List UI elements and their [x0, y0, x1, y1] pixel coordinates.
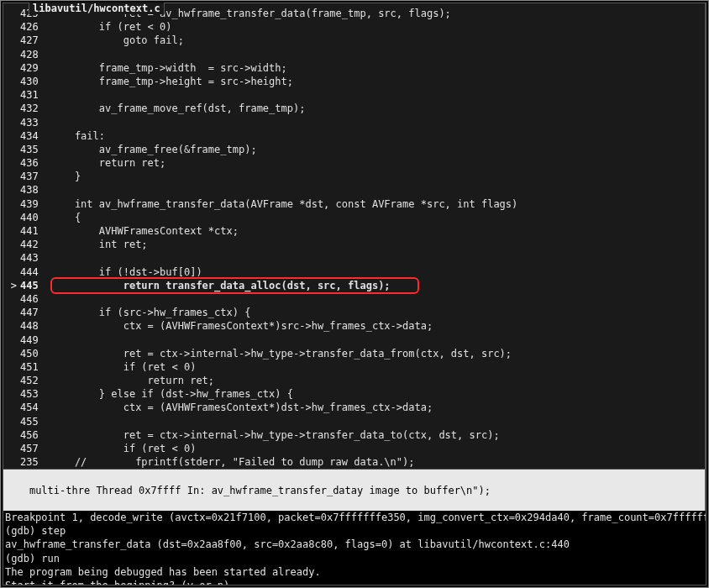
source-text: goto fail; [50, 34, 705, 47]
source-line[interactable]: 427 goto fail; [3, 34, 705, 47]
line-number: 431 [18, 88, 50, 102]
source-line[interactable]: 457 if (ret < 0) [3, 442, 705, 455]
line-number: 454 [18, 401, 50, 414]
source-line[interactable]: 453 } else if (dst->hw_frames_ctx) { [3, 387, 705, 401]
source-line[interactable]: 451 if (ret < 0) [3, 360, 705, 374]
source-line[interactable]: 441 AVHWFramesContext *ctx; [3, 224, 705, 238]
source-text: fail: [50, 129, 705, 143]
line-number: 432 [18, 102, 50, 115]
console-line: (gdb) step [5, 524, 704, 538]
console-line: The program being debugged has been star… [5, 565, 704, 579]
line-number: 453 [18, 387, 50, 401]
gutter-marker [3, 61, 18, 75]
gutter-marker [3, 156, 18, 170]
line-number: 435 [18, 143, 50, 156]
gutter-marker [3, 415, 18, 428]
line-number: 442 [18, 238, 50, 251]
source-text [50, 116, 705, 129]
line-number: 446 [18, 292, 50, 306]
gutter-marker [3, 306, 18, 319]
line-number: 439 [18, 197, 50, 211]
gutter-marker [3, 442, 18, 455]
source-line[interactable]: 435 av_frame_free(&frame_tmp); [3, 143, 705, 156]
source-line[interactable]: >445 return transfer_data_alloc(dst, src… [3, 279, 705, 292]
line-number: 443 [18, 251, 50, 265]
source-text [50, 415, 705, 428]
line-number: 428 [18, 48, 50, 61]
gdb-console[interactable]: Breakpoint 1, decode_write (avctx=0x21f7… [3, 511, 706, 585]
gutter-marker [3, 197, 18, 211]
source-line[interactable]: 235 // fprintf(stderr, "Failed to dump r… [3, 455, 705, 469]
source-text: } [50, 170, 705, 183]
source-text: AVHWFramesContext *ctx; [50, 224, 705, 238]
console-line: Start it from the beginning? (y or n) [5, 579, 704, 585]
source-line[interactable]: 434 fail: [3, 129, 705, 143]
source-text: return transfer_data_alloc(dst, src, fla… [50, 279, 705, 292]
source-line[interactable]: 450 ret = ctx->internal->hw_type->transf… [3, 347, 705, 360]
source-line[interactable]: 442 int ret; [3, 238, 705, 251]
source-line[interactable]: 452 return ret; [3, 374, 705, 387]
gutter-marker [3, 183, 18, 197]
gutter-marker [3, 48, 18, 61]
source-line[interactable]: 432 av_frame_move_ref(dst, frame_tmp); [3, 102, 705, 115]
line-number: 440 [18, 211, 50, 224]
gutter-marker [3, 374, 18, 387]
line-number: 429 [18, 61, 50, 75]
source-line[interactable]: 446 [3, 292, 705, 306]
line-number: 456 [18, 428, 50, 442]
source-line[interactable]: 431 [3, 88, 705, 102]
line-number: 235 [18, 455, 50, 469]
line-number: 430 [18, 75, 50, 88]
source-line[interactable]: 438 [3, 183, 705, 197]
source-line[interactable]: 429 frame_tmp->width = src->width; [3, 61, 705, 75]
gutter-marker [3, 116, 18, 129]
gutter-marker [3, 75, 18, 88]
gutter-marker [3, 347, 18, 360]
source-text: int ret; [50, 238, 705, 251]
source-text: av_frame_free(&frame_tmp); [50, 143, 705, 156]
source-text: ret = ctx->internal->hw_type->transfer_d… [50, 428, 705, 442]
source-line[interactable]: 448 ctx = (AVHWFramesContext*)src->hw_fr… [3, 319, 705, 333]
source-text: ctx = (AVHWFramesContext*)src->hw_frames… [50, 319, 705, 333]
source-text: } else if (dst->hw_frames_ctx) { [50, 387, 705, 401]
source-text: if (ret < 0) [50, 20, 705, 34]
gutter-marker [3, 211, 18, 224]
source-line[interactable]: 437 } [3, 170, 705, 183]
gutter-marker [3, 251, 18, 265]
status-bar: multi-thre Thread 0x7ffff In: av_hwframe… [3, 469, 706, 511]
gutter-marker [3, 292, 18, 306]
gutter-marker [3, 20, 18, 34]
line-number: 457 [18, 442, 50, 455]
source-line[interactable]: 426 if (ret < 0) [3, 20, 705, 34]
source-pane[interactable]: 425 ret = av_hwframe_transfer_data(frame… [3, 3, 706, 469]
source-line[interactable]: 454 ctx = (AVHWFramesContext*)dst->hw_fr… [3, 401, 705, 414]
line-number: 450 [18, 347, 50, 360]
source-line[interactable]: 444 if (!dst->buf[0]) [3, 265, 705, 279]
source-line[interactable]: 447 if (src->hw_frames_ctx) { [3, 306, 705, 319]
line-number: 437 [18, 170, 50, 183]
status-left: multi-thre Thread 0x7ffff In: av_hwframe… [29, 485, 357, 496]
line-number: 455 [18, 415, 50, 428]
source-text: return ret; [50, 374, 705, 387]
gutter-marker [3, 333, 18, 347]
source-line[interactable]: 440 { [3, 211, 705, 224]
source-line[interactable]: 439 int av_hwframe_transfer_data(AVFrame… [3, 197, 705, 211]
gutter-marker [3, 34, 18, 47]
line-number: 427 [18, 34, 50, 47]
source-line[interactable]: 455 [3, 415, 705, 428]
gutter-marker: > [3, 279, 18, 292]
source-line[interactable]: 443 [3, 251, 705, 265]
source-text: frame_tmp->width = src->width; [50, 61, 705, 75]
source-line[interactable]: 430 frame_tmp->height = src->height; [3, 75, 705, 88]
gutter-marker [3, 319, 18, 333]
source-line[interactable]: 456 ret = ctx->internal->hw_type->transf… [3, 428, 705, 442]
source-text: if (ret < 0) [50, 442, 705, 455]
source-line[interactable]: 428 [3, 48, 705, 61]
source-line[interactable]: 436 return ret; [3, 156, 705, 170]
source-line[interactable]: 433 [3, 116, 705, 129]
line-number: 447 [18, 306, 50, 319]
source-line[interactable]: 449 [3, 333, 705, 347]
gutter-marker [3, 238, 18, 251]
gutter-marker [3, 360, 18, 374]
line-number: 433 [18, 116, 50, 129]
